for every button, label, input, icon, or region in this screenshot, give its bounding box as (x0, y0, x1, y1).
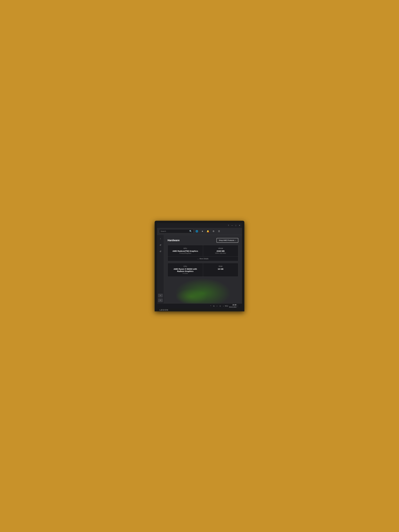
more-details-chevron: ⌄ (197, 258, 199, 260)
cpu-card: CPU AMD Ryzen 5 5600H with Radeon Graphi… (168, 263, 238, 277)
taskbar-desktop-button[interactable]: □ (238, 305, 241, 307)
laptop-frame: ? — □ ✕ 🔍 🌐 ★ 🔔 ⚙ ☰ ↑ ↺ (155, 221, 244, 311)
ram-label: RAM (206, 266, 236, 267)
ram-value: 16 GB (206, 268, 236, 270)
laptop-brand: LEGION (160, 309, 168, 311)
taskbar-language[interactable]: ROU (225, 305, 228, 307)
gpu-sub: Primary/Integrated (170, 252, 200, 254)
sidebar-arrow-2[interactable]: > (158, 298, 163, 302)
taskbar-volume-icon[interactable]: ♪ (222, 305, 225, 307)
clock-time: 19:40 (232, 304, 236, 306)
vram-value: 2048 MB (206, 250, 236, 252)
more-details-label: More Details (200, 258, 208, 260)
close-button[interactable]: ✕ (238, 224, 241, 227)
toolbar: 🔍 🌐 ★ 🔔 ⚙ ☰ (157, 228, 242, 235)
cpu-sub: 6 Cores (170, 272, 200, 274)
clock-date: 05.02.2024 (229, 306, 236, 308)
sidebar-item-refresh2[interactable]: ↺ (158, 249, 163, 254)
hardware-header: Hardware Shop AMD Products › (168, 238, 238, 243)
sidebar-item-refresh1[interactable]: ↺ (158, 242, 163, 248)
app-layout: ↑ ↺ ↺ > > Hardware Shop AMD Products › (157, 235, 242, 304)
taskbar-clipboard-icon[interactable]: ⧉ (213, 305, 215, 307)
gpu-card-row: GPU AMD Radeon(TM) Graphics Primary/Inte… (168, 245, 238, 256)
screen: ? — □ ✕ 🔍 🌐 ★ 🔔 ⚙ ☰ ↑ ↺ (157, 223, 242, 309)
notification-dot (209, 232, 209, 233)
cpu-card-row: CPU AMD Ryzen 5 5600H with Radeon Graphi… (168, 263, 238, 277)
star-icon[interactable]: ★ (200, 229, 204, 233)
more-details-row[interactable]: ⌄ More Details (168, 256, 238, 261)
settings-icon[interactable]: ⚙ (211, 229, 215, 233)
laptop-bottom: LEGION (157, 309, 242, 311)
shop-amd-arrow: › (235, 239, 236, 241)
title-bar: ? — □ ✕ (157, 223, 242, 228)
taskbar-clock: 19:40 05.02.2024 (229, 304, 236, 308)
ram-cell: RAM 16 GB (203, 263, 238, 277)
shop-amd-button[interactable]: Shop AMD Products › (216, 238, 238, 243)
cpu-label: CPU (170, 266, 200, 267)
sidebar-item-up[interactable]: ↑ (158, 236, 163, 241)
search-box[interactable]: 🔍 (159, 229, 193, 233)
gpu-card: GPU AMD Radeon(TM) Graphics Primary/Inte… (168, 245, 238, 261)
cpu-cell: CPU AMD Ryzen 5 5600H with Radeon Graphi… (168, 263, 203, 277)
bell-icon[interactable]: 🔔 (206, 229, 210, 233)
gpu-cell: GPU AMD Radeon(TM) Graphics Primary/Inte… (168, 245, 203, 256)
gpu-label: GPU (170, 247, 200, 249)
taskbar-battery-icon[interactable]: ▪ (216, 305, 218, 307)
vram-sub: DDR4 1600 MHz (206, 252, 236, 254)
shop-amd-label: Shop AMD Products (219, 239, 234, 241)
sidebar: ↑ ↺ ↺ > > (157, 235, 164, 304)
search-input[interactable] (161, 230, 188, 232)
taskbar-icons: ^ ⧉ ▪ ⊙ ♪ ROU (209, 305, 228, 307)
sidebar-toggle-icon[interactable]: ☰ (217, 229, 221, 233)
taskbar-wifi-icon[interactable]: ⊙ (219, 305, 222, 307)
vram-label: VRAM (206, 247, 236, 249)
taskbar-chevron-icon[interactable]: ^ (209, 305, 212, 307)
hardware-title: Hardware (168, 239, 180, 242)
maximize-button[interactable]: □ (234, 224, 237, 227)
globe-icon[interactable]: 🌐 (195, 229, 199, 233)
search-icon: 🔍 (189, 230, 192, 233)
minimize-button[interactable]: — (231, 224, 234, 227)
vram-cell: VRAM 2048 MB DDR4 1600 MHz (203, 245, 238, 256)
taskbar: ^ ⧉ ▪ ⊙ ♪ ROU 19:40 05.02.2024 □ (157, 304, 242, 309)
main-content: Hardware Shop AMD Products › GPU AMD Rad… (164, 235, 242, 304)
help-button[interactable]: ? (227, 224, 230, 227)
sidebar-arrow-1[interactable]: > (158, 294, 163, 298)
cpu-value: AMD Ryzen 5 5600H with Radeon Graphics (170, 268, 200, 272)
gpu-value: AMD Radeon(TM) Graphics (170, 250, 200, 252)
